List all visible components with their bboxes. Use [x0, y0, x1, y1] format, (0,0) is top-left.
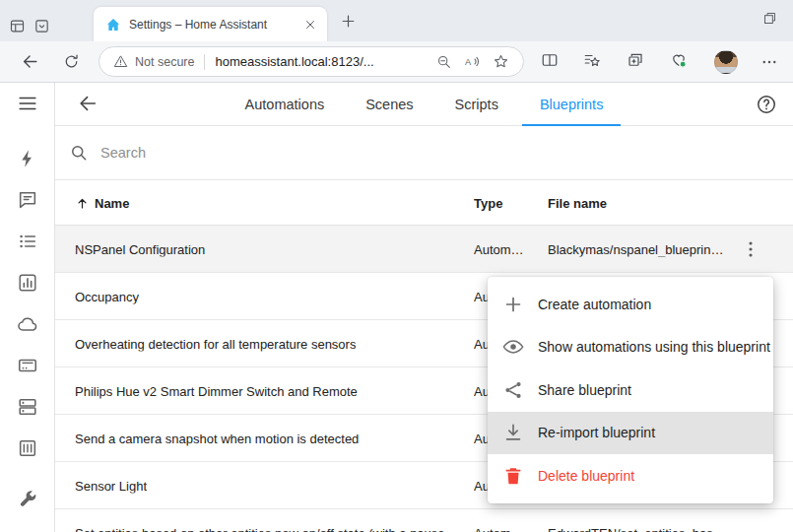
column-header-name[interactable]: Name — [75, 180, 129, 226]
column-header-file[interactable]: File name — [548, 180, 607, 226]
search-icon — [69, 143, 89, 163]
row-type: Autom… — [474, 241, 535, 256]
search-input[interactable] — [99, 144, 793, 162]
menu-item-create-automation[interactable]: Create automation — [488, 283, 773, 326]
browser-essentials-icon[interactable] — [670, 51, 688, 69]
new-tab-button[interactable] — [340, 13, 357, 30]
sidebar-cloud-icon[interactable] — [17, 313, 38, 335]
tab-automations[interactable]: Automations — [228, 83, 343, 126]
row-name: Send a camera snapshot when motion is de… — [75, 431, 359, 445]
trash-icon — [502, 465, 524, 487]
browser-menu-icon[interactable] — [760, 53, 778, 71]
split-screen-icon[interactable] — [541, 51, 559, 69]
tab-close-icon[interactable] — [301, 16, 319, 33]
browser-back-icon[interactable] — [21, 52, 39, 71]
row-name: Sensor Light — [75, 478, 147, 493]
address-bar[interactable]: Not secure homeassistant.local:8123/... … — [99, 46, 524, 77]
sidebar-assist-icon[interactable] — [17, 189, 38, 211]
sidebar-developer-tools-icon[interactable] — [17, 489, 38, 510]
tab-blueprints[interactable]: Blueprints — [522, 83, 621, 126]
svg-text:A: A — [465, 57, 472, 67]
row-name: Philips Hue v2 Smart Dimmer Switch and R… — [75, 383, 358, 398]
table-row[interactable]: NSPanel Configuration Autom… Blackymas/n… — [55, 226, 793, 273]
address-divider — [204, 54, 205, 70]
row-name: Occupancy — [75, 289, 139, 303]
sidebar-nas-icon-2[interactable] — [17, 396, 38, 418]
app-header: Automations Scenes Scripts Blueprints — [55, 83, 793, 126]
sidebar-energy-icon[interactable] — [17, 148, 38, 169]
menu-item-show-automations[interactable]: Show automations using this blueprint — [488, 326, 773, 369]
home-assistant-logo-icon — [105, 17, 121, 33]
table-row[interactable]: Set entities based on other entities new… — [55, 509, 793, 532]
browser-toolbar: Not secure homeassistant.local:8123/... … — [0, 41, 793, 83]
workspaces-icon[interactable] — [9, 18, 26, 34]
browser-tab[interactable]: Settings – Home Assistant — [94, 7, 327, 41]
download-icon — [502, 422, 524, 443]
menu-hamburger-icon[interactable] — [17, 93, 38, 114]
tab-scenes[interactable]: Scenes — [348, 83, 430, 126]
browser-window: Settings – Home Assistant Not secure — [0, 0, 793, 532]
row-name: Set entities based on other entities new… — [75, 525, 467, 532]
not-secure-warning-icon — [113, 54, 128, 69]
row-overflow-menu-icon[interactable] — [738, 236, 763, 262]
row-name: Overheating detection for all temperatur… — [75, 336, 356, 351]
sort-ascending-icon — [75, 196, 90, 211]
row-file: Blackymas/nspanel_blueprin… — [548, 241, 741, 256]
browser-refresh-icon[interactable] — [63, 53, 80, 70]
row-file: EdwardTEN/set_entities_bas… — [548, 525, 741, 532]
tab-strip: Settings – Home Assistant — [0, 0, 793, 41]
search-bar — [55, 126, 793, 180]
security-chip[interactable]: Not secure — [113, 54, 194, 69]
row-type: Autom… — [474, 525, 535, 532]
tab-actions-icon[interactable] — [33, 18, 50, 34]
sidebar — [0, 83, 55, 532]
profile-avatar[interactable] — [714, 50, 738, 74]
favorites-icon[interactable] — [583, 51, 601, 69]
menu-item-label: Show automations using this blueprint — [538, 339, 770, 355]
menu-item-label: Share blueprint — [538, 382, 631, 398]
tab-scripts[interactable]: Scripts — [437, 83, 516, 126]
table-header: Name Type File name — [55, 180, 793, 226]
ha-back-arrow-icon[interactable] — [77, 93, 99, 114]
sidebar-todo-list-icon[interactable] — [17, 231, 38, 252]
url-text[interactable]: homeassistant.local:8123/... — [215, 54, 425, 69]
row-context-menu: Create automation Show automations using… — [488, 277, 773, 503]
eye-icon — [502, 336, 524, 358]
column-header-type[interactable]: Type — [474, 180, 502, 226]
sidebar-analytics-icon[interactable] — [17, 272, 38, 294]
menu-item-share-blueprint[interactable]: Share blueprint — [488, 368, 773, 412]
favorite-star-icon[interactable] — [493, 53, 509, 70]
sidebar-nas-icon-1[interactable] — [17, 355, 38, 376]
share-icon — [502, 379, 524, 401]
tab-title: Settings – Home Assistant — [129, 18, 301, 32]
menu-item-label: Create automation — [538, 297, 651, 312]
menu-item-reimport-blueprint[interactable]: Re-import blueprint — [488, 412, 773, 455]
collections-icon[interactable] — [627, 51, 644, 69]
sidebar-nas-icon-3[interactable] — [17, 437, 38, 459]
menu-item-label: Delete blueprint — [538, 468, 634, 484]
row-name: NSPanel Configuration — [75, 241, 205, 256]
menu-item-label: Re-import blueprint — [538, 425, 655, 440]
menu-item-delete-blueprint[interactable]: Delete blueprint — [488, 454, 773, 498]
plus-icon — [502, 294, 524, 315]
help-icon[interactable] — [756, 94, 777, 115]
window-restore-icon[interactable] — [762, 11, 777, 26]
zoom-out-icon[interactable] — [436, 54, 452, 70]
security-label: Not secure — [135, 55, 194, 69]
read-aloud-icon[interactable]: A — [464, 53, 481, 70]
nav-tabs: Automations Scenes Scripts Blueprints — [228, 83, 622, 126]
